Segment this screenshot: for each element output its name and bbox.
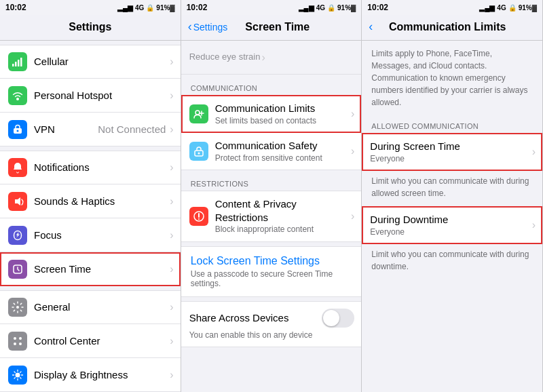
cellular-content: Cellular <box>34 55 168 68</box>
control-center-label: Control Center <box>34 334 168 348</box>
settings-row-general[interactable]: General › <box>0 290 181 324</box>
during-screen-time-label: During Screen Time <box>370 140 530 153</box>
notifications-chevron: › <box>170 161 173 174</box>
comm-limits-content: Communication Limits Set limits based on… <box>215 102 350 126</box>
svg-point-9 <box>16 306 19 309</box>
comm-safety-subtitle: Protect from sensitive content <box>215 153 350 164</box>
time-middle: 10:02 <box>187 3 208 12</box>
during-downtime-chevron: › <box>532 219 536 231</box>
comm-limits-content: Limits apply to Phone, FaceTime, Message… <box>362 41 542 392</box>
signal-icon-right: ▂▄▆ <box>479 4 495 12</box>
restrictions-icon <box>189 207 208 226</box>
battery-middle: 91%▓ <box>337 4 356 12</box>
settings-row-content-privacy[interactable]: Content & Privacy Restrictions Block ina… <box>181 191 362 242</box>
focus-content: Focus <box>34 229 168 242</box>
display-content: Display & Brightness <box>34 368 168 382</box>
back-label-middle: Settings <box>193 22 228 33</box>
nav-bar-right: ‹ Communication Limits <box>362 15 542 41</box>
lock-screen-time-row[interactable]: Lock Screen Time Settings Use a passcode… <box>181 246 362 297</box>
comm-limits-panel: 10:02 ▂▄▆ 4G 🔒 91%▓ ‹ Communication Limi… <box>362 0 543 392</box>
page-title-settings: Settings <box>7 21 174 33</box>
battery-right: 91%▓ <box>519 4 537 12</box>
reduce-eye-chevron: › <box>261 52 265 64</box>
settings-row-vpn[interactable]: VPN Not Connected › <box>0 113 181 146</box>
sounds-icon <box>8 192 27 211</box>
back-arrow-middle: ‹ <box>188 20 192 33</box>
battery-left: 91%▓ <box>156 4 174 12</box>
control-center-content: Control Center <box>34 334 168 348</box>
svg-rect-2 <box>18 60 20 66</box>
during-screen-time-content: During Screen Time Everyone <box>370 140 530 164</box>
screen-time-label: Screen Time <box>34 262 168 276</box>
sounds-content: Sounds & Haptics <box>34 195 168 208</box>
svg-point-21 <box>198 153 200 155</box>
vpn-chevron: › <box>170 123 173 136</box>
wifi-icon-right: 🔒 <box>508 4 517 12</box>
share-across-row: Share Across Devices <box>189 309 355 328</box>
status-bar-middle: 10:02 ▂▄▆ 4G 🔒 91%▓ <box>181 0 362 15</box>
hotspot-icon <box>8 86 27 105</box>
focus-chevron: › <box>170 229 173 241</box>
cellular-icon <box>8 52 27 71</box>
settings-row-comm-safety[interactable]: Communication Safety Protect from sensit… <box>181 133 362 170</box>
settings-row-cellular[interactable]: Cellular › <box>0 45 181 79</box>
settings-row-comm-limits[interactable]: Communication Limits Set limits based on… <box>181 95 362 133</box>
svg-point-10 <box>14 337 16 340</box>
settings-row-display[interactable]: Display & Brightness › <box>0 358 181 392</box>
screen-time-panel: 10:02 ▂▄▆ 4G 🔒 91%▓ ‹ Settings Screen Ti… <box>181 0 362 392</box>
settings-row-sounds[interactable]: Sounds & Haptics › <box>0 184 181 218</box>
comm-limits-chevron: › <box>351 108 354 120</box>
content-privacy-chevron: › <box>351 210 354 222</box>
focus-label: Focus <box>34 229 168 242</box>
content-privacy-subtitle: Block inappropriate content <box>215 224 350 235</box>
during-downtime-desc: Limit who you can communicate with durin… <box>362 244 542 279</box>
page-title-screen-time: Screen Time <box>227 21 327 33</box>
comm-safety-chevron: › <box>351 145 354 157</box>
comm-limits-title: Communication Limits <box>215 102 350 115</box>
vpn-label: VPN <box>34 123 98 136</box>
wifi-icon-middle: 🔒 <box>327 4 335 12</box>
back-button-middle[interactable]: ‹ Settings <box>188 21 228 33</box>
network-left: 4G <box>135 4 144 12</box>
screen-time-content: Reduce eye strain › COMMUNICATION Commun… <box>181 41 362 392</box>
comm-safety-icon <box>189 142 208 161</box>
control-center-chevron: › <box>170 335 173 347</box>
notifications-icon <box>8 158 27 177</box>
hotspot-content: Personal Hotspot <box>34 89 168 102</box>
nav-bar-middle: ‹ Settings Screen Time <box>181 15 362 41</box>
wifi-icon-left: 🔒 <box>146 4 154 12</box>
svg-point-14 <box>16 372 20 377</box>
general-chevron: › <box>170 301 173 313</box>
svg-rect-3 <box>20 58 22 66</box>
settings-row-during-screen-time[interactable]: During Screen Time Everyone › <box>362 133 542 171</box>
share-across-title: Share Across Devices <box>189 311 322 325</box>
communication-section-header: COMMUNICATION <box>181 75 362 95</box>
reduce-eye-strain-row[interactable]: Reduce eye strain › <box>181 41 362 75</box>
vpn-icon <box>8 120 27 139</box>
share-toggle[interactable] <box>322 309 354 328</box>
settings-row-personal-hotspot[interactable]: Personal Hotspot › <box>0 79 181 113</box>
settings-panel: 10:02 ▂▄▆ 4G 🔒 91%▓ Settings Cellular › <box>0 0 181 392</box>
settings-row-notifications[interactable]: Notifications › <box>0 151 181 184</box>
during-screen-time-subtitle: Everyone <box>370 154 530 165</box>
display-icon <box>8 366 27 385</box>
settings-row-focus[interactable]: Focus › <box>0 218 181 252</box>
settings-row-share[interactable]: Share Across Devices You can enable this… <box>181 301 362 347</box>
settings-row-control-center[interactable]: Control Center › <box>0 324 181 358</box>
focus-icon <box>8 226 27 245</box>
status-bar-left: 10:02 ▂▄▆ 4G 🔒 91%▓ <box>0 0 181 15</box>
settings-row-during-downtime[interactable]: During Downtime Everyone › <box>362 206 542 244</box>
svg-marker-7 <box>15 197 20 205</box>
content-privacy-content: Content & Privacy Restrictions Block ina… <box>215 197 350 235</box>
notifications-label: Notifications <box>34 161 168 174</box>
screen-time-content: Screen Time <box>34 262 168 276</box>
svg-point-24 <box>198 218 200 220</box>
settings-row-screen-time[interactable]: Screen Time › <box>0 252 181 286</box>
screen-time-chevron: › <box>170 263 173 275</box>
svg-point-4 <box>16 98 19 100</box>
comm-limits-info: Limits apply to Phone, FaceTime, Message… <box>362 41 542 115</box>
svg-point-19 <box>195 111 200 115</box>
comm-limits-icon <box>189 104 208 123</box>
settings-list-left: Cellular › Personal Hotspot › VPN Not Co… <box>0 41 181 392</box>
hotspot-chevron: › <box>170 90 173 102</box>
